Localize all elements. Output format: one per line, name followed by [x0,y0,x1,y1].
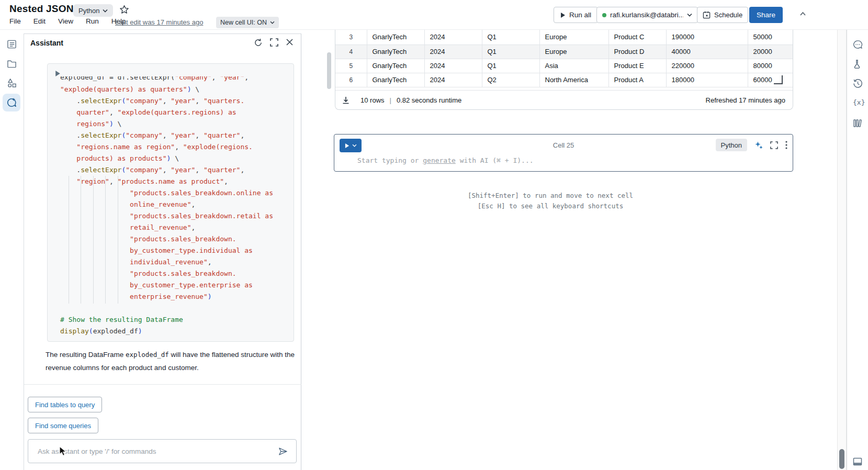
status-dot-green [602,13,606,17]
table-cell: Product D [608,44,666,59]
table-cell: North America [539,73,608,87]
table-row[interactable]: 3GnarlyTech2024Q1EuropeProduct C19000050… [335,30,793,44]
menu-edit[interactable]: Edit [33,17,46,25]
indent-guide [118,176,118,304]
table-cell: GnarlyTech [367,73,424,87]
version-history-icon[interactable] [853,79,863,88]
assistant-input[interactable] [38,440,268,463]
favorite-star-icon[interactable] [119,5,129,15]
top-toolbar: Nested JSON Python File Edit View Run He… [0,0,868,30]
user-email-label: rafi.kurlansik@databri... [610,11,683,19]
refresh-icon[interactable] [254,38,263,47]
runtime: 0.82 seconds runtime [397,96,461,104]
page-title: Nested JSON [9,3,74,15]
table-cell: 80000 [748,59,793,73]
hint-shortcuts: [Esc H] to see all keyboard shortcuts [264,201,837,211]
indent-guide [69,176,69,304]
close-icon[interactable] [286,38,294,47]
assistant-sparkle-chat-icon[interactable] [3,94,20,111]
find-queries-button[interactable]: Find some queries [28,418,98,433]
comments-icon[interactable] [853,40,863,50]
databricks-notebook-app: Nested JSON Python File Edit View Run He… [0,0,868,470]
bottom-panel-icon[interactable] [853,457,862,466]
hint-run: [Shift+Enter] to run and move to next ce… [264,191,837,201]
result-footer: 10 rows | 0.82 seconds runtime Refreshed… [335,90,793,110]
table-cell: Europe [539,44,608,59]
refreshed-timestamp: Refreshed 17 minutes ago [706,96,785,104]
table-row[interactable]: 6GnarlyTech2024Q2North AmericaProduct A1… [335,73,793,87]
variables-icon[interactable]: {x} [853,98,865,106]
table-cell: 60000 [748,73,793,87]
result-table-card: 3GnarlyTech2024Q1EuropeProduct C19000050… [335,30,793,110]
right-sidebar: {x} [847,30,868,470]
main-scrollbar-thumb[interactable] [839,449,844,469]
assistant-code-clipped-line: exploded_df = df.selectExpr("company", "… [60,76,290,83]
menu-run[interactable]: Run [86,17,99,25]
new-cell-ui-toggle[interactable]: New cell UI: ON [216,17,279,28]
footer-separator: | [390,96,391,104]
table-row[interactable]: 4GnarlyTech2024Q1EuropeProduct D40000200… [335,44,793,59]
folder-icon[interactable] [3,54,20,72]
table-cell: Q1 [482,59,539,73]
assistant-input-box [28,439,297,463]
output-resize-handle[interactable] [774,75,783,84]
chevron-down-icon [687,13,692,17]
table-cell: Product C [608,30,666,44]
send-icon[interactable] [278,447,288,456]
notebook-language-dropdown[interactable]: Python [73,4,113,17]
table-cell: 2024 [424,44,482,59]
output-scrollbar-thumb[interactable] [327,52,331,89]
keyboard-hints: [Shift+Enter] to run and move to next ce… [264,191,837,211]
generate-link[interactable]: generate [423,156,456,164]
main-scrollbar-track[interactable] [837,30,847,470]
assistant-panel: Assistant exploded_df = df.selectExpr("c… [24,33,301,470]
table-cell: 220000 [666,59,748,73]
workflows-shapes-icon[interactable] [3,74,20,92]
ai-sparkle-icon[interactable] [754,141,763,149]
table-cell: GnarlyTech [367,59,424,73]
table-row[interactable]: 5GnarlyTech2024Q1AsiaProduct E2200008000… [335,59,793,73]
row-count: 10 rows [360,96,385,104]
libraries-icon[interactable] [853,118,862,128]
cell-language-chip[interactable]: Python [716,139,747,151]
indent-guide [105,176,106,304]
assistant-divider [24,384,301,385]
last-edit-link[interactable]: Last edit was 17 minutes ago [115,18,203,26]
menu-file[interactable]: File [9,17,21,25]
kebab-menu-icon[interactable] [785,141,787,149]
cell-editor-placeholder[interactable]: Start typing or generate with AI (⌘ + I)… [357,156,534,164]
table-cell: 20000 [748,44,793,59]
assistant-code-block: exploded_df = df.selectExpr("company", "… [47,63,294,342]
notebook-language-label: Python [78,7,99,15]
table-cell: Product A [608,73,666,87]
table-of-contents-icon[interactable] [3,35,20,53]
experiments-flask-icon[interactable] [853,59,862,69]
run-all-button[interactable]: Run all [554,7,598,23]
menu-bar: File Edit View Run Help [9,17,126,25]
share-button[interactable]: Share [749,7,783,23]
table-cell: Q1 [482,44,539,59]
assistant-panel-title: Assistant [30,39,63,47]
notebook-cell[interactable]: Cell 25 Python Start typing or generate … [334,134,793,172]
table-cell: Q2 [482,73,539,87]
find-tables-button[interactable]: Find tables to query [28,397,102,412]
table-cell: Product E [608,59,666,73]
table-cell: GnarlyTech [367,44,424,59]
schedule-button[interactable]: Schedule [697,7,748,23]
expand-cell-icon[interactable] [770,141,778,149]
table-cell: 190000 [666,30,748,44]
assistant-code-lines[interactable]: "explode(quarters) as quarters") \ .sele… [60,84,290,337]
cluster-user-dropdown[interactable]: rafi.kurlansik@databri... [596,7,698,23]
menu-view[interactable]: View [58,17,73,25]
table-cell: Europe [539,30,608,44]
table-cell: GnarlyTech [367,30,424,44]
row-number-cell: 4 [335,44,367,59]
table-cell: Q1 [482,30,539,44]
row-number-cell: 5 [335,59,367,73]
collapse-toolbar-chevron-up-icon[interactable] [799,12,806,16]
row-number-cell: 6 [335,73,367,87]
row-number-cell: 3 [335,30,367,44]
download-icon[interactable] [342,96,350,105]
new-cell-ui-label: New cell UI: ON [220,19,267,26]
fullscreen-icon[interactable] [270,38,278,47]
